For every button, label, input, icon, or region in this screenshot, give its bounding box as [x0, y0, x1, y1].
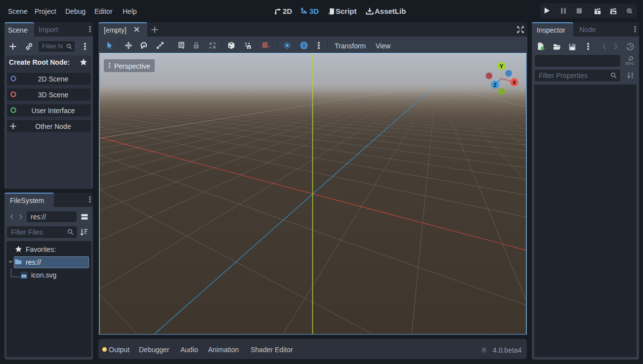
svg-text:Z: Z [493, 82, 497, 88]
svg-text:DOC: DOC [626, 61, 635, 66]
svg-text:X: X [513, 80, 516, 85]
svg-text:Y: Y [500, 63, 504, 69]
